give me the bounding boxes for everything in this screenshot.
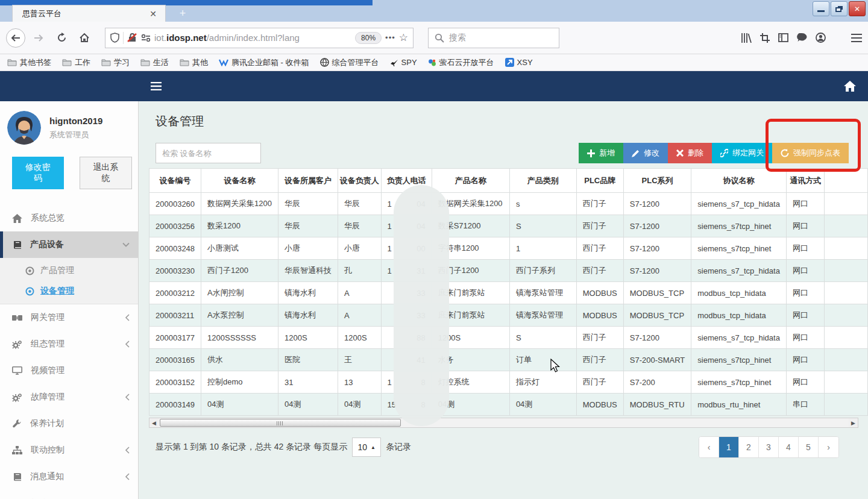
scroll-right-arrow-icon[interactable]: ▶ (849, 418, 858, 427)
table-header-row: 设备编号设备名称设备所属客户设备负责人负责人电话产品名称产品类别PLC品牌PLC… (149, 169, 868, 193)
sidebar-item[interactable]: 产品设备 (0, 231, 138, 258)
table-row[interactable]: 200003256数采1200华辰华辰104数采S71200S西门子S7-120… (149, 215, 868, 237)
cell: 网口 (786, 193, 825, 215)
page-actions-icon[interactable]: ••• (385, 33, 395, 42)
book-icon (12, 240, 22, 250)
cell: modbus_rtu_hinet (691, 394, 787, 416)
table-row[interactable]: 200003212A水闸控制镇海水利A33庶来门前泵站镇海泵站管理MODBUSM… (149, 282, 868, 304)
page-3[interactable]: 3 (759, 437, 779, 457)
sidebar-item[interactable]: 消息通知 (0, 463, 138, 490)
messages-icon[interactable] (797, 33, 807, 42)
bookmark-item[interactable]: 工作 (62, 57, 90, 68)
sidebar-item[interactable]: 网关管理 (0, 304, 138, 331)
cell (825, 215, 868, 237)
chevron-left-icon (125, 341, 130, 348)
zoom-level-badge[interactable]: 80% (355, 32, 382, 44)
sidebar-item[interactable]: 短信管理 (0, 490, 138, 499)
scroll-left-arrow-icon[interactable]: ◀ (149, 418, 159, 427)
cell (825, 371, 868, 394)
table-row[interactable]: 200003152控制demo311318灯控系统指示灯西门子S7-200sie… (149, 371, 868, 394)
browser-home-button[interactable] (75, 28, 94, 48)
reload-button[interactable] (52, 28, 71, 48)
cell: modbus_tcp_hidata (691, 304, 787, 327)
device-search-input[interactable] (156, 143, 261, 163)
sidebar-collapse-icon[interactable] (151, 82, 162, 90)
forward-button[interactable] (29, 28, 48, 48)
page-1[interactable]: 1 (719, 437, 739, 457)
window-close-button[interactable]: ✕ (849, 1, 866, 16)
page-size-select[interactable]: 10 ▲ (352, 438, 381, 457)
cell: MODBUS (576, 282, 623, 304)
browser-search-box[interactable]: 搜索 (428, 28, 559, 48)
insecure-lock-icon[interactable] (127, 33, 137, 43)
scrollbar-thumb[interactable] (160, 419, 401, 427)
bookmark-item[interactable]: SPY (390, 58, 417, 67)
sidebar-item[interactable]: 视频管理 (0, 357, 138, 384)
bookmark-item[interactable]: 生活 (140, 57, 169, 68)
cell: MODBUS_TCP (623, 282, 691, 304)
bookmark-item[interactable]: 腾讯企业邮箱 - 收件箱 (219, 57, 309, 68)
table-row[interactable]: 2000031771200SSSSSS1200S1200S881200SS西门子… (149, 327, 868, 349)
sidebar-item[interactable]: 系统总览 (0, 205, 138, 231)
cell: siemens_s7tcp_hinet (691, 215, 787, 237)
bookmark-item[interactable]: 其他 (180, 57, 208, 68)
library-icon[interactable] (741, 33, 752, 43)
table-row[interactable]: 200003248小唐测试小唐小唐100字符串12001西门子S7-1200si… (149, 237, 868, 260)
sidebar-item[interactable]: 保养计划 (0, 410, 138, 437)
cell: 1200S (338, 327, 382, 349)
url-bar[interactable]: iot.idosp.net/admin/index.html?lang 80% … (105, 28, 414, 48)
page-4[interactable]: 4 (779, 437, 799, 457)
page-next[interactable]: › (819, 437, 838, 457)
sidebar-item[interactable]: 故障管理 (0, 384, 138, 410)
browser-tab[interactable]: 思普云平台 ✕ (12, 5, 166, 22)
tab-close-icon[interactable]: ✕ (147, 9, 159, 19)
bookmark-item[interactable]: 萤石云开放平台 (428, 57, 494, 68)
sidebar: hignton2019 系统管理员 修改密码 退出系统 系统总览产品设备产品管理… (0, 101, 139, 499)
main-content: 设备管理 新增修改删除绑定网关强制同步点表 设备编号设备名称设备所属客户设备负责… (139, 101, 868, 499)
bookmark-item[interactable]: 其他书签 (7, 57, 51, 68)
shield-icon[interactable] (110, 33, 119, 43)
account-icon[interactable] (816, 33, 826, 43)
horizontal-scrollbar[interactable]: ◀ ▶ (149, 418, 858, 428)
table-row[interactable]: 200003211A水泵控制镇海水利A33庶来门前泵站镇海泵站管理MODBUSM… (149, 304, 868, 327)
bookmark-star-icon[interactable]: ☆ (399, 31, 408, 44)
back-button[interactable] (6, 28, 25, 48)
cell: 西门子 (576, 260, 623, 282)
bookmark-item[interactable]: 学习 (101, 57, 130, 68)
browser-menu-icon[interactable] (851, 34, 862, 42)
cell: 200003248 (149, 237, 201, 260)
new-tab-button[interactable]: + (174, 5, 192, 22)
cell: 1200SSSSSS (201, 327, 278, 349)
window-minimize-button[interactable] (813, 1, 829, 16)
table-row[interactable]: 200003230西门子1200华辰智通科技孔131西门子1200西门子系列西门… (149, 260, 868, 282)
sidebar-item[interactable]: 组态管理 (0, 331, 138, 357)
sidebar-item[interactable]: 联动控制 (0, 437, 138, 463)
cell: 镇海水利 (278, 282, 338, 304)
cell: MODBUS_RTU (623, 394, 691, 416)
cell: 镇海泵站管理 (509, 304, 576, 327)
cell: 西门子 (576, 215, 623, 237)
page-5[interactable]: 5 (799, 437, 819, 457)
toolbar-button-修改[interactable]: 修改 (623, 143, 668, 163)
bookmark-item[interactable]: XSY (505, 58, 533, 67)
url-text[interactable]: iot.idosp.net/admin/index.html?lang (154, 33, 351, 43)
sidebar-toggle-icon[interactable] (778, 33, 788, 42)
permissions-icon[interactable] (141, 34, 151, 42)
table-row[interactable]: 200003165供水医院王41水务订单西门子S7-200-SMARTsieme… (149, 349, 868, 371)
page-2[interactable]: 2 (739, 437, 759, 457)
change-password-button[interactable]: 修改密码 (12, 157, 64, 189)
bookmark-item[interactable]: 综合管理平台 (320, 57, 379, 68)
window-restore-button[interactable] (831, 1, 848, 16)
screenshot-icon[interactable] (760, 33, 770, 43)
sidebar-subitem[interactable]: 设备管理 (0, 281, 138, 301)
table-row[interactable]: 200003260数据网关采集1200华辰华辰104数据网关采集1200s西门子… (149, 193, 868, 215)
sidebar-subitem[interactable]: 产品管理 (0, 260, 138, 281)
toolbar-button-绑定网关[interactable]: 绑定网关 (712, 143, 772, 163)
page-prev[interactable]: ‹ (699, 437, 719, 457)
toolbar-button-新增[interactable]: 新增 (579, 143, 623, 163)
toolbar-button-删除[interactable]: 删除 (668, 143, 712, 163)
table-row[interactable]: 20000314904测04测04测15804测04测MODBUSMODBUS_… (149, 394, 868, 416)
app-home-icon[interactable] (844, 81, 856, 92)
cell: 网口 (786, 349, 825, 371)
logout-button[interactable]: 退出系统 (80, 157, 133, 189)
